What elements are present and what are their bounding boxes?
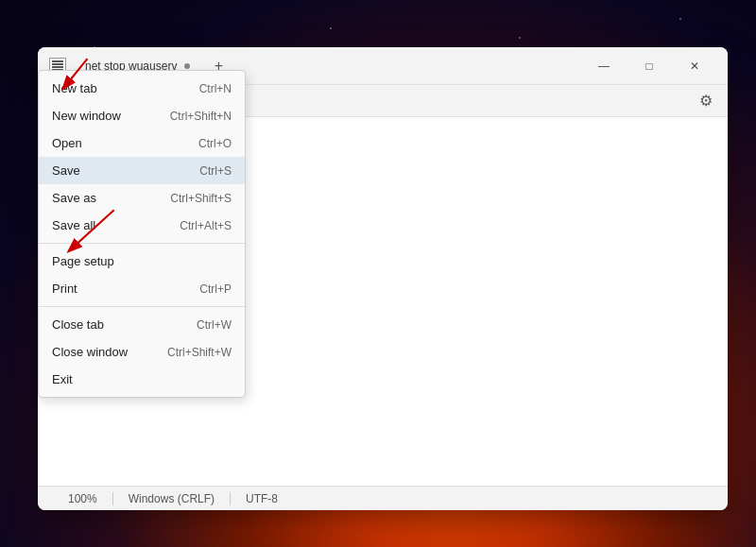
maximize-button[interactable]: □	[627, 51, 671, 81]
menu-save-all-shortcut: Ctrl+Alt+S	[180, 219, 232, 232]
menu-page-setup[interactable]: Page setup	[39, 248, 245, 275]
encoding: UTF-8	[231, 492, 293, 505]
separator-2	[39, 306, 245, 307]
menu-open-label: Open	[52, 136, 82, 150]
menu-new-window-shortcut: Ctrl+Shift+N	[170, 110, 232, 123]
menu-close-tab[interactable]: Close tab Ctrl+W	[39, 311, 245, 338]
menu-print-shortcut: Ctrl+P	[199, 282, 232, 296]
menu-close-window-shortcut: Ctrl+Shift+W	[167, 346, 232, 359]
statusbar: 100% Windows (CRLF) UTF-8	[38, 486, 728, 510]
menu-save-as[interactable]: Save as Ctrl+Shift+S	[39, 184, 245, 212]
menu-save-label: Save	[52, 163, 80, 178]
menu-new-window[interactable]: New window Ctrl+Shift+N	[39, 102, 245, 129]
menu-exit[interactable]: Exit	[39, 366, 245, 393]
menu-new-tab[interactable]: New tab Ctrl+N	[39, 75, 245, 102]
menu-close-tab-label: Close tab	[52, 317, 104, 332]
minimize-button[interactable]: —	[582, 51, 626, 81]
menu-print[interactable]: Print Ctrl+P	[39, 275, 245, 302]
menu-save-shortcut: Ctrl+S	[199, 164, 232, 178]
menu-close-window[interactable]: Close window Ctrl+Shift+W	[39, 338, 245, 366]
menu-open-shortcut: Ctrl+O	[198, 137, 232, 150]
menu-save-all-label: Save all	[52, 218, 95, 232]
menu-save-as-label: Save as	[52, 191, 96, 205]
menu-page-setup-label: Page setup	[52, 254, 114, 268]
menu-save[interactable]: Save Ctrl+S	[39, 157, 245, 184]
menu-new-tab-shortcut: Ctrl+N	[199, 82, 232, 95]
file-dropdown-menu: New tab Ctrl+N New window Ctrl+Shift+N O…	[38, 70, 246, 398]
menu-print-label: Print	[52, 282, 77, 296]
settings-icon[interactable]: ⚙	[692, 87, 720, 115]
menu-exit-label: Exit	[52, 372, 73, 386]
close-button[interactable]: ✕	[673, 51, 716, 81]
menu-save-all[interactable]: Save all Ctrl+Alt+S	[39, 212, 245, 239]
menu-new-tab-label: New tab	[52, 81, 97, 95]
separator-1	[39, 243, 245, 244]
tab-modified-dot	[184, 63, 190, 69]
zoom-level: 100%	[53, 492, 113, 505]
menu-close-tab-shortcut: Ctrl+W	[197, 318, 232, 332]
window-controls: — □ ✕	[582, 51, 716, 81]
menu-close-window-label: Close window	[52, 345, 128, 359]
menu-new-window-label: New window	[52, 109, 121, 123]
menu-open[interactable]: Open Ctrl+O	[39, 129, 245, 157]
menu-save-as-shortcut: Ctrl+Shift+S	[170, 192, 232, 205]
line-ending: Windows (CRLF)	[113, 492, 231, 505]
